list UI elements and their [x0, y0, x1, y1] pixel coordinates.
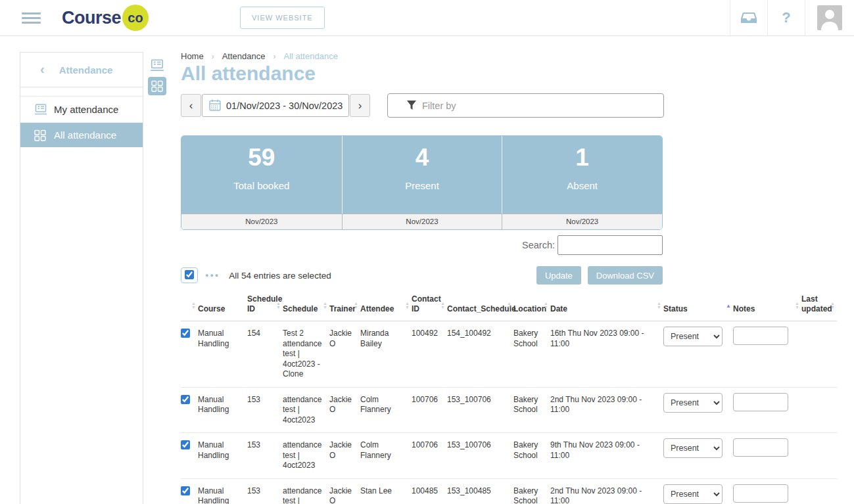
- sort-icon: ▲▼: [544, 302, 548, 309]
- row-checkbox[interactable]: [181, 395, 190, 404]
- date-next-button[interactable]: ›: [350, 94, 370, 117]
- header-last-updated[interactable]: Last updated▲▼: [801, 292, 837, 321]
- sidebar-item-my-attendance[interactable]: My attendance: [20, 97, 143, 123]
- header-schedule-id[interactable]: Schedule ID▲▼: [247, 292, 283, 321]
- last-updated-cell: [801, 387, 837, 433]
- schedule-id-cell: 153: [247, 387, 283, 433]
- contact-id-cell: 100706: [412, 433, 447, 479]
- user-menu[interactable]: [805, 0, 854, 35]
- trainer-cell: Jackie O: [329, 321, 360, 388]
- sort-icon: ▲▼: [323, 302, 327, 309]
- notes-input[interactable]: [733, 393, 788, 411]
- icon-rail: [148, 57, 166, 97]
- stat-label: Absent: [502, 180, 662, 191]
- download-csv-button[interactable]: Download CSV: [588, 266, 663, 285]
- sidebar-item-all-attendance[interactable]: All attendance: [20, 123, 143, 147]
- chevron-right-icon: ›: [273, 52, 275, 61]
- inbox-button[interactable]: [730, 0, 767, 35]
- status-select[interactable]: Present: [663, 327, 723, 346]
- header-attendee[interactable]: Attendee▲▼: [360, 292, 412, 321]
- row-select-cell: [181, 321, 198, 388]
- sidebar-item-label: All attendance: [54, 129, 116, 141]
- sort-icon: ▲▼: [657, 302, 661, 309]
- breadcrumb-attendance[interactable]: Attendance: [222, 51, 266, 61]
- inbox-tray-icon: [740, 11, 757, 24]
- contact-id-cell: 100485: [412, 478, 447, 504]
- page-title: All attendance: [181, 62, 838, 85]
- table-row: Manual Handling 153 attendance test | 4o…: [181, 478, 837, 504]
- row-checkbox[interactable]: [181, 440, 190, 449]
- view-website-button[interactable]: VIEW WEBSITE: [240, 7, 325, 29]
- location-cell: Bakery School: [513, 478, 550, 504]
- header-select[interactable]: ▲▼: [181, 292, 198, 321]
- avatar: [817, 5, 842, 30]
- schedule-id-cell: 154: [247, 321, 283, 388]
- filter-input[interactable]: [387, 93, 664, 118]
- breadcrumb: Home › Attendance › All attendance: [181, 51, 838, 61]
- sort-icon: ▲▼: [405, 302, 410, 309]
- notes-input[interactable]: [733, 484, 788, 503]
- breadcrumb-home[interactable]: Home: [181, 51, 204, 61]
- sort-icon: ▲▼: [276, 302, 281, 309]
- stat-label: Present: [343, 180, 502, 191]
- stat-label: Total booked: [181, 180, 342, 191]
- schedule-id-cell: 153: [247, 433, 283, 479]
- status-select[interactable]: Present: [663, 484, 723, 504]
- status-select[interactable]: Present: [663, 438, 723, 458]
- attendee-cell: Miranda Bailey: [360, 321, 412, 388]
- rail-my-attendance-button[interactable]: [148, 57, 166, 75]
- course-cell: Manual Handling: [198, 387, 247, 433]
- header-contact-schedule[interactable]: Contact_Schedule▲▼: [447, 292, 513, 321]
- attendee-cell: Colm Flannery: [360, 387, 412, 433]
- selection-options-icon[interactable]: ●●●: [205, 272, 220, 279]
- course-cell: Manual Handling: [198, 433, 247, 479]
- last-updated-cell: [801, 321, 837, 388]
- help-button[interactable]: ?: [767, 0, 805, 35]
- header-status[interactable]: Status▲: [663, 292, 733, 321]
- row-checkbox[interactable]: [181, 486, 190, 495]
- date-range-input[interactable]: [202, 94, 349, 117]
- header-location[interactable]: Location▲▼: [513, 292, 550, 321]
- table-row: Manual Handling 153 attendance test | 4o…: [181, 433, 837, 479]
- header-course[interactable]: Course: [198, 292, 247, 321]
- contact-id-cell: 100492: [412, 321, 447, 388]
- select-all-checkbox[interactable]: [185, 270, 194, 279]
- sort-ascending-icon: ▲: [726, 304, 731, 308]
- select-all-wrapper[interactable]: [181, 267, 198, 283]
- breadcrumb-current: All attendance: [283, 51, 337, 61]
- contact-schedule-cell: 153_100485: [447, 478, 513, 504]
- sort-icon: ▲▼: [440, 302, 445, 309]
- filter-funnel-icon: [406, 100, 417, 110]
- sidebar-back[interactable]: ‹ Attendance: [20, 53, 143, 87]
- notes-input[interactable]: [733, 327, 788, 345]
- schedule-cell: attendance test | 4oct2023: [283, 433, 329, 479]
- table-row: Manual Handling 153 attendance test | 4o…: [181, 387, 837, 433]
- help-question-icon: ?: [782, 9, 790, 26]
- logo-text: Course: [62, 8, 121, 28]
- header-date[interactable]: Date▲▼: [550, 292, 663, 321]
- search-input[interactable]: [557, 235, 663, 255]
- contact-schedule-cell: 154_100492: [447, 321, 513, 388]
- logo-badge: co: [122, 5, 149, 31]
- stat-total-booked: 59 Total booked: [181, 136, 342, 214]
- header-trainer[interactable]: Trainer▲▼: [329, 292, 360, 321]
- location-cell: Bakery School: [513, 321, 550, 388]
- sort-icon: ▲▼: [830, 302, 835, 309]
- row-checkbox[interactable]: [181, 329, 190, 338]
- sort-icon: ▲▼: [795, 302, 799, 309]
- header-notes[interactable]: Notes▲▼: [733, 292, 801, 321]
- notes-input[interactable]: [733, 438, 788, 457]
- header-schedule[interactable]: Schedule▲▼: [283, 292, 329, 321]
- last-updated-cell: [801, 433, 837, 479]
- update-button[interactable]: Update: [536, 266, 581, 285]
- stat-present: 4 Present: [342, 136, 502, 214]
- rail-all-attendance-button[interactable]: [148, 77, 166, 95]
- calendar-icon: [208, 99, 222, 112]
- date-cell: 2nd Thu Nov 2023 09:00 - 11:00: [550, 478, 663, 504]
- row-select-cell: [181, 433, 198, 479]
- schedule-cell: Test 2 attendance test | 4oct2023 - Clon…: [283, 321, 329, 388]
- hamburger-menu-icon[interactable]: [22, 10, 41, 26]
- status-select[interactable]: Present: [663, 393, 723, 413]
- header-contact-id[interactable]: Contact ID▲▼: [412, 292, 447, 321]
- date-prev-button[interactable]: ‹: [181, 94, 201, 117]
